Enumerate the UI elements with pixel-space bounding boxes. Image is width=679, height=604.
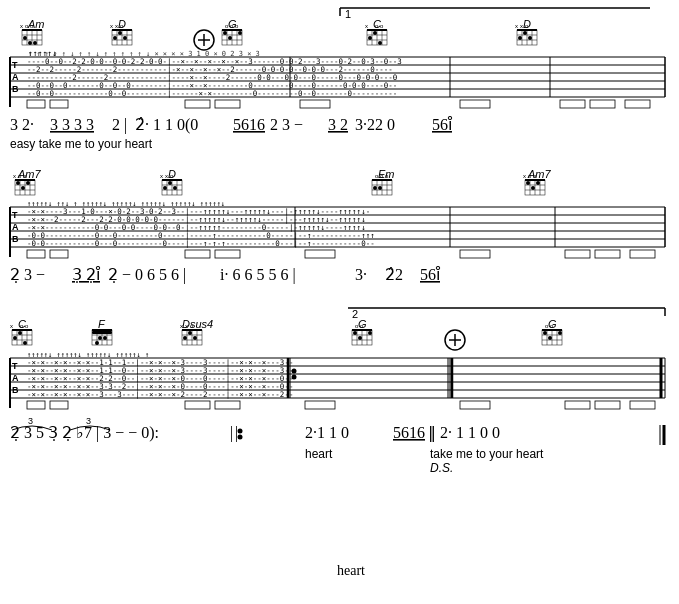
svg-point-171	[531, 186, 535, 190]
svg-text:x: x	[185, 323, 188, 329]
svg-point-129	[26, 181, 30, 185]
svg-point-157	[378, 186, 382, 190]
svg-text:2·1 1  0: 2·1 1 0	[305, 424, 349, 441]
svg-point-13	[28, 41, 32, 45]
svg-text:x: x	[520, 23, 523, 29]
svg-point-320	[238, 429, 243, 434]
svg-text:x: x	[365, 23, 368, 29]
score-container: 1 Am x o o D	[0, 0, 679, 604]
svg-text:heart: heart	[305, 447, 333, 461]
svg-point-14	[33, 41, 37, 45]
svg-point-46	[223, 31, 227, 35]
svg-text:2̣ −  0 6 5 6 |: 2̣ − 0 6 5 6 |	[108, 266, 186, 284]
svg-point-12	[23, 36, 27, 40]
svg-point-261	[353, 331, 357, 335]
svg-point-143	[173, 186, 177, 190]
svg-point-170	[536, 181, 540, 185]
svg-text:x: x	[20, 23, 23, 29]
svg-point-321	[238, 435, 243, 440]
svg-text:heart: heart	[337, 563, 365, 578]
svg-text:x: x	[10, 323, 13, 329]
svg-text:i· 6 6 5 5 6 |: i· 6 6 5 5 6 |	[220, 266, 296, 284]
svg-point-223	[13, 336, 17, 340]
svg-text:-×-×--×-×--×-×--3---3---|--×-×: -×-×--×-×--×-×--3---3---|--×-×--×-2----2…	[27, 390, 293, 399]
svg-point-301	[292, 369, 297, 374]
svg-text:3·: 3·	[355, 266, 367, 283]
svg-text:|: |	[235, 424, 238, 442]
svg-text:2 |: 2 |	[112, 116, 127, 134]
svg-point-234	[98, 336, 102, 340]
svg-text:easy      take me to your hear: easy take me to your heart	[10, 137, 153, 151]
svg-point-144	[163, 186, 167, 190]
svg-point-236	[95, 341, 99, 345]
svg-point-47	[238, 31, 242, 35]
svg-text:|: |	[230, 424, 233, 442]
svg-point-60	[373, 31, 377, 35]
svg-text:x: x	[115, 23, 118, 29]
svg-point-263	[358, 336, 362, 340]
svg-text:5616: 5616	[393, 424, 425, 441]
svg-point-250	[193, 336, 197, 340]
svg-text:take me to your heart: take me to your heart	[430, 447, 544, 461]
svg-point-62	[378, 41, 382, 45]
svg-point-48	[228, 36, 232, 40]
svg-point-61	[368, 36, 372, 40]
svg-text:2̂· 1 1 0(0: 2̂· 1 1 0(0	[135, 116, 198, 134]
svg-text:x: x	[160, 173, 163, 179]
svg-text:x: x	[515, 23, 518, 29]
svg-point-76	[518, 36, 522, 40]
svg-point-249	[183, 336, 187, 340]
svg-text:x: x	[110, 23, 113, 29]
svg-text:3 2·: 3 2·	[10, 116, 34, 133]
svg-point-29	[118, 31, 122, 35]
svg-point-75	[528, 36, 532, 40]
svg-text:56i̊: 56i̊	[432, 116, 453, 133]
svg-point-248	[188, 331, 192, 335]
svg-point-279	[548, 336, 552, 340]
svg-text:x: x	[180, 323, 183, 329]
svg-point-235	[103, 336, 107, 340]
svg-point-30	[123, 36, 127, 40]
svg-text:3·22  0: 3·22 0	[355, 116, 395, 133]
svg-text:--0--0------------0--0--------: --0--0------------0--0---------|------×-…	[27, 89, 397, 98]
svg-point-128	[16, 181, 20, 185]
svg-point-156	[373, 186, 377, 190]
svg-text:x: x	[13, 173, 16, 179]
svg-point-278	[558, 331, 562, 335]
svg-point-224	[23, 341, 27, 345]
svg-text:D.S.: D.S.	[430, 461, 453, 475]
svg-text:-0-0-----------0---0----------: -0-0-----------0---0----------0----|---↑…	[27, 239, 375, 248]
score-svg: 1 Am x o o D	[0, 0, 679, 604]
svg-text:2  3 −: 2 3 −	[270, 116, 303, 133]
svg-text:2̣ 3 5  3̣ 2̣  ♭7 | 3 −  − 0):: 2̣ 3 5 3̣ 2̣ ♭7 | 3 − − 0):	[10, 424, 159, 442]
svg-point-74	[523, 31, 527, 35]
svg-point-302	[292, 375, 297, 380]
svg-point-222	[18, 331, 22, 335]
svg-point-277	[543, 331, 547, 335]
svg-text:3 2: 3 2	[328, 116, 348, 133]
svg-point-169	[526, 181, 530, 185]
svg-text:2̣  3 −: 2̣ 3 −	[10, 266, 45, 283]
svg-text:5616: 5616	[233, 116, 265, 133]
svg-text:3 3 3 3: 3 3 3 3	[50, 116, 94, 133]
svg-text:x: x	[523, 173, 526, 179]
svg-text:x: x	[165, 173, 168, 179]
svg-rect-233	[92, 331, 112, 334]
svg-point-130	[21, 186, 25, 190]
svg-point-262	[368, 331, 372, 335]
svg-text:1: 1	[345, 8, 351, 20]
svg-point-31	[113, 36, 117, 40]
svg-text:56i̊: 56i̊	[420, 266, 441, 283]
svg-text:3̣ 2̣i̊: 3̣ 2̣i̊	[72, 266, 101, 283]
svg-text:2̂2: 2̂2	[385, 266, 403, 283]
svg-text:‖ 2· 1 1 0 0: ‖ 2· 1 1 0 0	[428, 424, 500, 442]
svg-point-142	[168, 181, 172, 185]
